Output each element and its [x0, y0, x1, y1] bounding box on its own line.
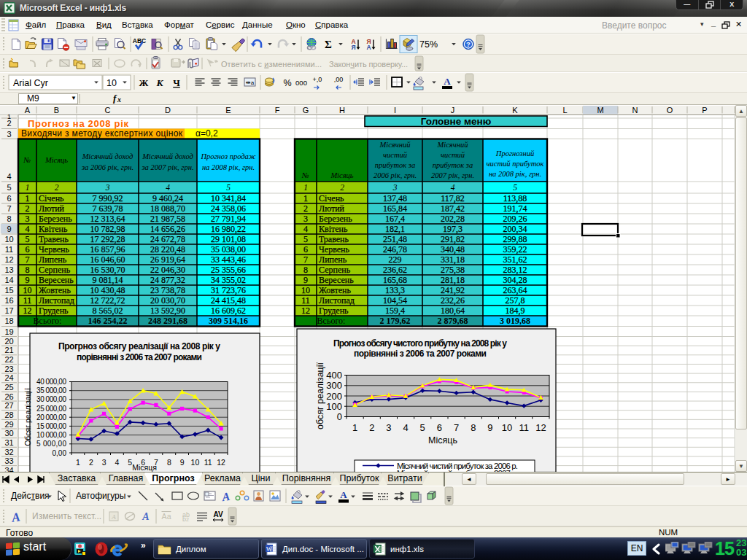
svg-text:A: A [25, 106, 31, 114]
svg-text:Місяця: Місяця [132, 463, 157, 472]
svg-text:Изменить текст...: Изменить текст... [32, 511, 101, 521]
svg-text:113,88: 113,88 [503, 193, 527, 203]
svg-text:2: 2 [303, 203, 308, 214]
svg-text:351,62: 351,62 [503, 254, 527, 265]
svg-text:Листопад: Листопад [39, 295, 74, 306]
svg-text:7: 7 [303, 254, 308, 265]
svg-text:232,26: 232,26 [441, 295, 465, 306]
svg-text:Ответить с изменениями...: Ответить с изменениями... [221, 60, 322, 69]
svg-text:28: 28 [4, 411, 13, 419]
svg-text:3: 3 [26, 214, 30, 224]
svg-text:Червень: Червень [319, 244, 349, 254]
svg-text:10 000,00: 10 000,00 [36, 431, 66, 439]
svg-text:2: 2 [55, 183, 59, 192]
svg-text:8 565,02: 8 565,02 [93, 306, 123, 316]
svg-text:15: 15 [4, 286, 13, 295]
svg-text:3: 3 [7, 130, 11, 139]
svg-text:Місячний доход: Місячний доход [142, 152, 193, 160]
svg-text:D: D [165, 106, 171, 114]
svg-text:9: 9 [303, 275, 308, 285]
svg-text:10: 10 [502, 422, 512, 433]
svg-text:15 000,00: 15 000,00 [36, 422, 66, 430]
svg-text:23 738,78: 23 738,78 [150, 285, 185, 295]
svg-text:2: 2 [89, 458, 93, 467]
svg-text:Вересень: Вересень [319, 275, 354, 285]
svg-text:200,34: 200,34 [503, 224, 527, 234]
svg-text:Травень: Травень [39, 234, 69, 244]
svg-text:6: 6 [437, 422, 442, 433]
svg-text:Arial Cyr: Arial Cyr [13, 78, 48, 88]
svg-text:8: 8 [167, 458, 171, 467]
svg-text:331,18: 331,18 [441, 254, 465, 265]
svg-text:Місячний: Місячний [379, 141, 411, 149]
svg-text:251,48: 251,48 [383, 234, 407, 244]
svg-text:К: К [155, 77, 163, 88]
svg-text:Грудень: Грудень [39, 306, 69, 316]
svg-text:27 791,94: 27 791,94 [211, 214, 246, 224]
svg-text:2: 2 [340, 183, 344, 192]
svg-text:Ч: Ч [173, 77, 180, 88]
svg-text:5: 5 [513, 183, 517, 192]
svg-text:3: 3 [392, 183, 398, 192]
svg-text:10: 10 [301, 285, 310, 295]
svg-text:1: 1 [303, 193, 308, 203]
svg-text:2006 рік, грн.: 2006 рік, грн. [374, 171, 417, 179]
svg-text:C: C [105, 106, 111, 114]
svg-text:7 990,92: 7 990,92 [93, 193, 123, 203]
svg-text:20 000,00: 20 000,00 [36, 413, 66, 421]
svg-text:+,0: +,0 [313, 76, 322, 83]
svg-text:104,54: 104,54 [383, 295, 407, 306]
svg-text:Листопад: Листопад [319, 295, 355, 306]
svg-text:9: 9 [180, 458, 185, 467]
svg-text:16 530,70: 16 530,70 [90, 265, 125, 275]
svg-text:4: 4 [115, 458, 119, 467]
svg-text:263,64: 263,64 [503, 285, 527, 295]
svg-text:2: 2 [26, 203, 30, 214]
svg-text:229: 229 [389, 254, 402, 265]
svg-text:4: 4 [403, 422, 408, 433]
svg-text:7: 7 [26, 254, 30, 265]
svg-text:P: P [702, 106, 707, 114]
svg-text:236,62: 236,62 [383, 265, 407, 275]
svg-text:13: 13 [4, 265, 13, 274]
svg-text:299,88: 299,88 [503, 234, 527, 244]
svg-text:b2: b2 [182, 516, 189, 523]
svg-text:9: 9 [487, 422, 492, 433]
svg-text:165,68: 165,68 [383, 275, 407, 285]
svg-text:159,4: 159,4 [385, 306, 405, 316]
svg-text:2: 2 [369, 422, 374, 433]
svg-text:чистий: чистий [441, 151, 465, 159]
svg-text:2007 рік, грн.: 2007 рік, грн. [431, 171, 474, 179]
svg-text:%: % [283, 78, 291, 88]
svg-text:4: 4 [451, 183, 455, 192]
svg-text:19: 19 [4, 327, 13, 336]
svg-text:3: 3 [303, 214, 308, 224]
svg-text:12: 12 [23, 306, 32, 316]
svg-text:E: E [225, 106, 231, 114]
svg-text:202,28: 202,28 [441, 214, 465, 224]
svg-text:10 782,98: 10 782,98 [90, 224, 125, 234]
svg-text:Серпень: Серпень [39, 265, 71, 275]
svg-text:10: 10 [23, 285, 32, 295]
svg-text:165,84: 165,84 [383, 203, 407, 214]
svg-text:№: № [301, 171, 309, 179]
svg-text:5: 5 [26, 234, 30, 244]
svg-text:12: 12 [301, 306, 310, 316]
svg-text:A: A [111, 513, 116, 521]
svg-text:α=0,2: α=0,2 [196, 128, 218, 139]
svg-text:Березень: Березень [39, 214, 72, 224]
svg-text:133,3: 133,3 [385, 285, 405, 295]
svg-text:33 443,46: 33 443,46 [211, 254, 246, 265]
svg-text:Місяць: Місяць [428, 435, 457, 446]
svg-text:9: 9 [7, 225, 11, 233]
svg-text:283,12: 283,12 [503, 265, 527, 275]
svg-text:8: 8 [303, 265, 308, 275]
svg-text:Січень: Січень [39, 193, 64, 203]
svg-text:O: O [667, 106, 673, 114]
svg-text:21 987,58: 21 987,58 [150, 214, 185, 224]
svg-text:Жовтень: Жовтень [39, 285, 71, 295]
svg-text:34 355,02: 34 355,02 [211, 275, 246, 285]
svg-text:5: 5 [7, 183, 11, 192]
svg-text:16 046,60: 16 046,60 [90, 254, 125, 265]
svg-text:281,18: 281,18 [441, 275, 465, 285]
